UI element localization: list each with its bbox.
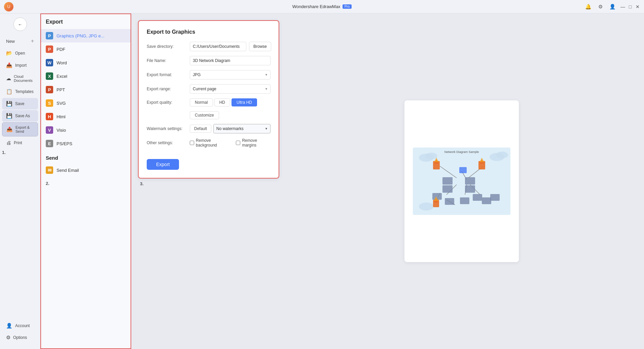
remove-margins-label: Remove margins — [242, 138, 271, 148]
export-button[interactable]: Export — [147, 159, 179, 170]
svg-rect-27 — [460, 197, 469, 204]
templates-label: Templates — [15, 89, 34, 94]
export-item-email[interactable]: ✉ Send Email — [40, 163, 131, 177]
notifications-icon[interactable]: 🔔 — [583, 2, 593, 11]
settings-icon[interactable]: ⚙ — [596, 2, 605, 11]
svg-rect-26 — [445, 198, 454, 205]
export-item-excel[interactable]: X Excel — [40, 69, 131, 83]
watermark-select-wrapper: No watermarks Custom watermark — [213, 124, 271, 133]
export-item-word[interactable]: W Word — [40, 56, 131, 69]
send-section-title: Send — [40, 150, 131, 163]
svg-point-5 — [419, 202, 434, 211]
remove-margins-checkbox[interactable]: Remove margins — [236, 138, 271, 148]
visio-icon: V — [46, 126, 53, 134]
email-label: Send Email — [57, 168, 79, 173]
export-range-select[interactable]: Current page All pages Selected pages — [190, 84, 271, 94]
svg-rect-28 — [473, 194, 482, 201]
maximize-button[interactable]: □ — [628, 4, 633, 9]
export-range-select-wrapper: Current page All pages Selected pages — [190, 84, 271, 94]
other-settings-row: Other settings: Remove background Remove… — [147, 138, 271, 148]
export-item-pdf[interactable]: P PDF — [40, 42, 131, 56]
close-button[interactable]: ✕ — [635, 4, 640, 9]
print-icon: 🖨 — [6, 140, 11, 146]
svg-rect-30 — [490, 194, 500, 201]
user-icon[interactable]: 👤 — [608, 2, 617, 11]
export-panel-title: Export — [40, 13, 131, 29]
open-label: Open — [15, 51, 25, 56]
minimize-button[interactable]: — — [620, 4, 625, 9]
browse-button[interactable]: Browse — [249, 42, 271, 51]
sidebar-item-print[interactable]: 🖨 Print — [2, 137, 38, 148]
export-quality-row: Export quality: Normal HD Ultra HD — [147, 98, 271, 106]
word-icon: W — [46, 59, 53, 66]
quality-group: Normal HD Ultra HD — [190, 98, 271, 106]
back-button[interactable]: ← — [13, 18, 27, 31]
remove-margins-input[interactable] — [236, 140, 240, 145]
export-item-eps[interactable]: E PS/EPS — [40, 137, 131, 150]
export-format-select-wrapper: JPG PNG BMP GIF TIFF — [190, 70, 271, 80]
sidebar-item-save-as[interactable]: 💾 Save As — [2, 110, 38, 122]
titlebar: U Wondershare EdrawMax Pro 🔔 ⚙ 👤 — □ ✕ — [0, 0, 644, 13]
templates-icon: 📋 — [6, 89, 12, 95]
save-label: Save — [15, 101, 24, 106]
export-format-select[interactable]: JPG PNG BMP GIF TIFF — [190, 70, 271, 80]
step2-label: 2. — [40, 177, 131, 190]
export-format-label: Export format: — [147, 72, 187, 77]
quality-normal-button[interactable]: Normal — [190, 98, 213, 106]
export-item-visio[interactable]: V Visio — [40, 123, 131, 137]
sidebar-item-options[interactable]: ⚙ Options — [2, 332, 38, 343]
svg-point-4 — [496, 152, 508, 158]
file-name-row: File Name: — [147, 56, 271, 65]
graphics-label: Graphics (PNG, JPG e... — [57, 33, 104, 38]
import-icon: 📥 — [6, 62, 12, 68]
quality-ultrahd-button[interactable]: Ultra HD — [231, 98, 257, 106]
ppt-icon: P — [46, 86, 53, 93]
sidebar-bottom: 👤 Account ⚙ Options — [0, 320, 40, 349]
options-label: Options — [13, 335, 27, 340]
export-item-graphics[interactable]: P Graphics (PNG, JPG e... — [40, 29, 131, 42]
window-controls: — □ ✕ — [620, 4, 640, 9]
export-item-html[interactable]: H Html — [40, 110, 131, 123]
eps-label: PS/EPS — [57, 141, 72, 146]
watermark-default-button[interactable]: Default — [190, 125, 211, 133]
preview-container: Network Diagram Sample — [404, 100, 519, 262]
save-directory-input[interactable] — [190, 42, 246, 51]
sidebar-item-save[interactable]: 💾 Save — [2, 98, 38, 109]
save-directory-label: Save directory: — [147, 44, 187, 49]
step3-label: 3. — [138, 179, 146, 189]
export-panel: Export P Graphics (PNG, JPG e... P PDF W… — [40, 13, 131, 349]
cloud-label: Cloud Documents — [14, 74, 34, 83]
export-item-ppt[interactable]: P PPT — [40, 83, 131, 96]
customize-button[interactable]: Customize — [190, 111, 219, 119]
sidebar-item-cloud[interactable]: ☁ Cloud Documents — [2, 72, 38, 85]
word-label: Word — [57, 60, 67, 65]
preview-title: Network Diagram Sample — [444, 150, 479, 154]
sidebar-item-export-send[interactable]: 📤 Export & Send — [2, 122, 38, 136]
sidebar: ← New + 📂 Open 📥 Import ☁ Cloud Document… — [0, 13, 40, 349]
file-name-input[interactable] — [190, 56, 271, 65]
sidebar-item-new[interactable]: New + — [2, 35, 38, 47]
sidebar-item-open[interactable]: 📂 Open — [2, 47, 38, 59]
watermark-label: Watermark settings: — [147, 126, 187, 131]
ppt-label: PPT — [57, 87, 65, 92]
export-item-svg[interactable]: S SVG — [40, 96, 131, 110]
sidebar-item-templates[interactable]: 📋 Templates — [2, 86, 38, 97]
customize-row: Customize — [147, 111, 271, 119]
save-icon: 💾 — [6, 101, 12, 107]
export-send-label: Export & Send — [15, 125, 34, 133]
export-range-row: Export range: Current page All pages Sel… — [147, 84, 271, 94]
export-icon: 📤 — [6, 126, 13, 132]
remove-background-input[interactable] — [190, 140, 194, 145]
svg-rect-21 — [442, 177, 453, 185]
avatar[interactable]: U — [4, 2, 13, 11]
quality-hd-button[interactable]: HD — [214, 98, 230, 106]
watermark-row: Watermark settings: Default No watermark… — [147, 124, 271, 133]
eps-icon: E — [46, 140, 53, 147]
sidebar-item-account[interactable]: 👤 Account — [2, 320, 38, 331]
svg-rect-29 — [482, 197, 491, 204]
main-content: Export to Graphics Save directory: Brows… — [131, 13, 644, 349]
sidebar-item-import[interactable]: 📥 Import — [2, 60, 38, 71]
open-icon: 📂 — [6, 50, 12, 56]
remove-background-checkbox[interactable]: Remove background — [190, 138, 230, 148]
watermark-select[interactable]: No watermarks Custom watermark — [213, 124, 271, 133]
